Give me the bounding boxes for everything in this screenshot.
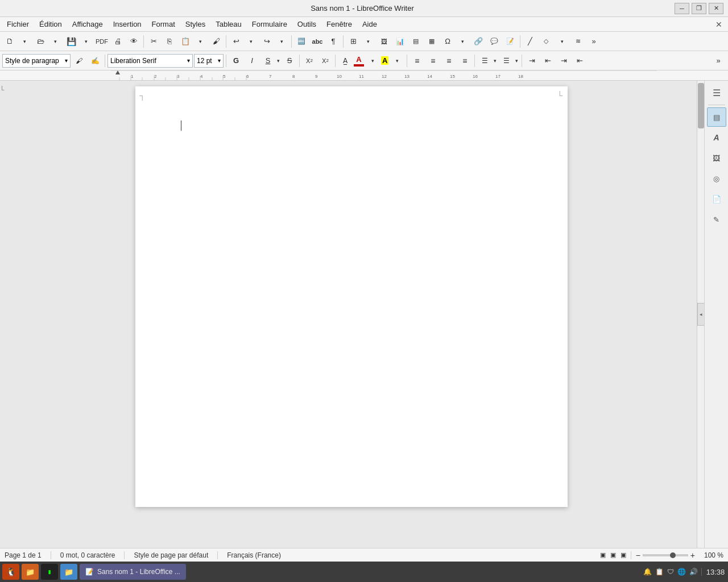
sidebar-navigator-button[interactable]: ◎ xyxy=(707,169,726,188)
undo-button[interactable]: ↩ xyxy=(229,34,243,49)
save-arrow[interactable]: ▾ xyxy=(78,34,93,49)
save-button[interactable]: 💾 xyxy=(64,34,78,49)
close-button[interactable]: ✕ xyxy=(709,3,723,14)
undo-arrow[interactable]: ▾ xyxy=(243,34,258,49)
maximize-button[interactable]: ❐ xyxy=(692,3,706,14)
zoom-slider[interactable] xyxy=(643,554,688,556)
systray-volume[interactable]: 🔊 xyxy=(689,568,698,576)
hyperlink-button[interactable]: 🔗 xyxy=(471,34,486,49)
systray-clipboard[interactable]: 📋 xyxy=(655,568,664,576)
subscript-button[interactable]: X2 xyxy=(318,53,333,68)
textbox-button[interactable]: ▤ xyxy=(408,34,423,49)
systray-shield[interactable]: 🛡 xyxy=(667,568,674,576)
fields-button[interactable]: ▦ xyxy=(424,34,439,49)
menu-outils[interactable]: Outils xyxy=(293,19,321,30)
sidebar-gallery-button[interactable]: 🖼 xyxy=(707,148,726,168)
view-icon-3[interactable]: ▣ xyxy=(621,551,626,559)
font-size-select[interactable]: 12 pt ▾ xyxy=(194,54,224,68)
document-page[interactable]: ┐ └ xyxy=(135,86,568,507)
sidebar-menu-button[interactable]: ☰ xyxy=(707,83,726,102)
zoom-minus-button[interactable]: − xyxy=(636,551,640,560)
menu-edition[interactable]: Édition xyxy=(35,19,67,30)
font-color-arrow[interactable]: ▾ xyxy=(365,53,380,68)
export-pdf-button[interactable]: PDF xyxy=(94,34,109,49)
show-formatting-button[interactable]: ¶ xyxy=(326,34,341,49)
draw-button[interactable]: ≋ xyxy=(570,34,585,49)
menu-insertion[interactable]: Insertion xyxy=(109,19,146,30)
taskbar-terminal[interactable]: ▮ xyxy=(41,564,58,580)
scrollbar-thumb[interactable] xyxy=(698,83,704,128)
style-apply-button[interactable]: ✍ xyxy=(88,53,102,68)
minimize-button[interactable]: ─ xyxy=(675,3,689,14)
paste-button[interactable]: 📋 xyxy=(178,34,193,49)
zoom-level[interactable]: 100 % xyxy=(700,551,723,559)
paste-arrow[interactable]: ▾ xyxy=(193,34,208,49)
menu-styles[interactable]: Styles xyxy=(181,19,210,30)
table-arrow[interactable]: ▾ xyxy=(361,34,375,49)
sidebar-design-button[interactable]: ✎ xyxy=(707,210,726,229)
align-left-button[interactable]: ≡ xyxy=(410,53,424,68)
systray-network[interactable]: 🌐 xyxy=(677,568,686,576)
list-unordered-button[interactable]: ☰ xyxy=(477,53,492,68)
sidebar-page-button[interactable]: 📄 xyxy=(707,189,726,209)
superscript-button[interactable]: X2 xyxy=(302,53,317,68)
menu-fenetre[interactable]: Fenêtre xyxy=(322,19,357,30)
sidebar-collapse-button[interactable]: ◂ xyxy=(697,303,704,326)
redo-button[interactable]: ↪ xyxy=(259,34,274,49)
sidebar-properties-button[interactable]: ▤ xyxy=(707,107,726,127)
toolbar2-more-button[interactable]: » xyxy=(711,53,726,68)
paragraph-style-select[interactable]: Style de paragraph ▾ xyxy=(2,54,71,68)
systray-notifications[interactable]: 🔔 xyxy=(643,568,652,576)
open-button[interactable]: 🗁 xyxy=(33,34,48,49)
open-arrow[interactable]: ▾ xyxy=(48,34,63,49)
align-justify-button[interactable]: ≡ xyxy=(457,53,472,68)
indent-less-button[interactable]: ⇤ xyxy=(540,53,555,68)
table-button[interactable]: ⊞ xyxy=(346,34,361,49)
font-select[interactable]: Liberation Serif ▾ xyxy=(107,54,193,68)
menu-affichage[interactable]: Affichage xyxy=(68,19,107,30)
image-button[interactable]: 🖼 xyxy=(377,34,391,49)
chart-button[interactable]: 📊 xyxy=(392,34,407,49)
spelling-button[interactable]: abc xyxy=(310,34,325,49)
menubar-close-icon[interactable]: ✕ xyxy=(712,19,726,30)
view-icon-2[interactable]: ▣ xyxy=(610,551,616,559)
menu-formulaire[interactable]: Formulaire xyxy=(247,19,292,30)
taskbar-writer-window[interactable]: 📝 Sans nom 1 - LibreOffice ... xyxy=(80,564,186,580)
copy-button[interactable]: ⎘ xyxy=(162,34,177,49)
zoom-plus-button[interactable]: + xyxy=(690,551,695,560)
style-paint-button[interactable]: 🖌 xyxy=(72,53,86,68)
clone-format-button[interactable]: 🖌 xyxy=(209,34,224,49)
menu-format[interactable]: Format xyxy=(147,19,180,30)
taskbar-files[interactable]: 📁 xyxy=(22,564,39,580)
list-ordered-arrow[interactable]: ▾ xyxy=(514,53,519,68)
taskbar-filemanager[interactable]: 📁 xyxy=(60,564,77,580)
list-unordered-arrow[interactable]: ▾ xyxy=(492,53,498,68)
view-icon-1[interactable]: ▣ xyxy=(600,551,606,559)
align-right-button[interactable]: ≡ xyxy=(441,53,456,68)
shadow-button[interactable]: A̲ xyxy=(338,53,353,68)
align-center-button[interactable]: ≡ xyxy=(425,53,440,68)
indent-less2-button[interactable]: ⇤ xyxy=(572,53,587,68)
underline-arrow[interactable]: ▾ xyxy=(275,53,281,68)
cut-button[interactable]: ✂ xyxy=(146,34,161,49)
new-button[interactable]: 🗋 xyxy=(2,34,17,49)
print-preview-button[interactable]: 👁 xyxy=(126,34,141,49)
list-ordered-button[interactable]: ☰ xyxy=(499,53,514,68)
font-color-group[interactable]: A xyxy=(354,55,364,66)
shapes-button[interactable]: ◇ xyxy=(539,34,553,49)
highlight-color-group[interactable]: A xyxy=(381,56,388,65)
special-char-button[interactable]: Ω xyxy=(440,34,455,49)
strikethrough-button[interactable]: S xyxy=(282,53,297,68)
menu-aide[interactable]: Aide xyxy=(358,19,382,30)
indent-more2-button[interactable]: ⇥ xyxy=(556,53,571,68)
sidebar-styles-button[interactable]: A xyxy=(707,128,726,147)
indent-more-button[interactable]: ⇥ xyxy=(524,53,539,68)
spellcheck-button[interactable]: 🔤 xyxy=(294,34,309,49)
toolbar-more-button[interactable]: » xyxy=(586,34,601,49)
line-tool-button[interactable]: ╱ xyxy=(523,34,537,49)
new-arrow[interactable]: ▾ xyxy=(17,34,32,49)
menu-tableau[interactable]: Tableau xyxy=(211,19,246,30)
italic-button[interactable]: I xyxy=(245,53,259,68)
note-button[interactable]: 💬 xyxy=(487,34,502,49)
menu-fichier[interactable]: Fichier xyxy=(2,19,34,30)
